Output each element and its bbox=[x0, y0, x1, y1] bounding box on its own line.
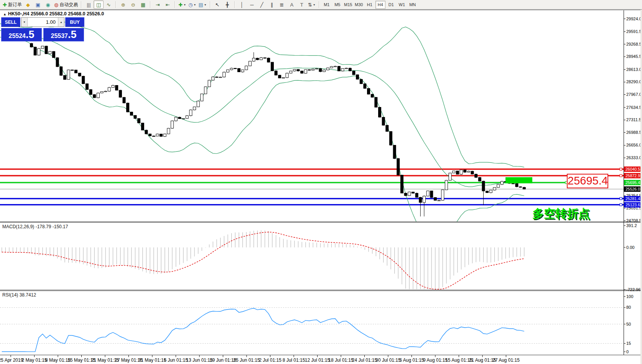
buy-price-frac: .5 bbox=[68, 28, 77, 41]
time-axis-label: 25 Jun 01:15 bbox=[233, 357, 260, 363]
price-tick: 27634.5 bbox=[626, 105, 642, 110]
time-axis-label: 12 Jul 01:15 bbox=[305, 357, 330, 363]
buy-button[interactable]: BUY bbox=[65, 17, 84, 27]
volume-value[interactable]: 1.00 bbox=[28, 18, 58, 26]
macd-axis-tick: 0.00 bbox=[626, 245, 642, 250]
chart-shift-icon[interactable]: ⇤ bbox=[163, 0, 173, 9]
trendline-icon[interactable]: ╱ bbox=[257, 0, 267, 9]
price-tick: 28290.0 bbox=[626, 79, 642, 84]
line-chart-icon[interactable]: ∿ bbox=[104, 0, 114, 9]
time-axis-label: 13 Jun 01:15 bbox=[186, 357, 212, 363]
collapse-panel-icon[interactable]: ▲ bbox=[3, 12, 7, 16]
timeframe-d1[interactable]: D1 bbox=[386, 1, 396, 9]
market-watch-icon[interactable]: ▣ bbox=[33, 0, 43, 9]
time-axis-label: 8 Jul 01:15 bbox=[283, 357, 305, 363]
sell-price-frac: .5 bbox=[26, 28, 35, 41]
time-axis-label: 21 Aug 01:15 bbox=[469, 357, 496, 363]
price-line-badge: 26040.5 bbox=[624, 166, 642, 172]
price-tick: 24708.5 bbox=[626, 218, 642, 223]
timeframe-mn[interactable]: MN bbox=[408, 1, 418, 9]
arrow-tools-icon[interactable]: ⇅▼ bbox=[307, 0, 317, 9]
cursor-icon[interactable]: ↖ bbox=[212, 0, 222, 9]
time-axis-label: 2 May 01:15 bbox=[21, 357, 47, 363]
toolbar-separator bbox=[174, 1, 175, 8]
rsi-label: RSI(14) 38.7412 bbox=[2, 292, 36, 298]
one-click-trading-panel: SELL ▼ 1.00 ▲ BUY 25524.5 25537.5 bbox=[1, 17, 84, 41]
timeframe-m15[interactable]: M15 bbox=[343, 1, 353, 9]
text-icon[interactable]: A bbox=[287, 0, 297, 9]
dropdown-arrow-icon: ▼ bbox=[204, 3, 207, 6]
chart-canvas[interactable] bbox=[0, 0, 642, 364]
new-order-icon[interactable]: ✚新订单 bbox=[2, 0, 23, 9]
time-axis-label: 27 Aug 01:15 bbox=[492, 357, 520, 363]
fibonacci-icon[interactable]: ≣ bbox=[277, 0, 287, 9]
dropdown-arrow-icon: ▼ bbox=[194, 3, 196, 6]
price-line-badge: 25695.4 bbox=[624, 180, 642, 185]
rsi-axis-tick: 100 bbox=[626, 294, 642, 299]
sell-button[interactable]: SELL bbox=[1, 17, 20, 27]
bar-chart-icon[interactable]: ||| bbox=[84, 0, 94, 9]
new-chart-icon[interactable]: ✚▼ bbox=[177, 0, 187, 9]
toolbar-separator bbox=[115, 1, 116, 8]
time-axis-label: 8 May 01:15 bbox=[45, 357, 71, 363]
time-axis-label: 25 Apr 2019 bbox=[0, 357, 23, 363]
timeframe-w1[interactable]: W1 bbox=[397, 1, 407, 9]
volume-increase-button[interactable]: ▲ bbox=[58, 18, 64, 26]
time-axis-label: 31 May 01:15 bbox=[138, 357, 166, 363]
price-line-badge: 25123.6 bbox=[624, 202, 642, 208]
price-tick: 28945.5 bbox=[626, 54, 642, 59]
periods-icon[interactable]: ◷▼ bbox=[187, 0, 197, 9]
current-price-badge: 25526.0 bbox=[624, 186, 642, 192]
horizontal-line-icon[interactable]: ─ bbox=[247, 0, 257, 9]
time-axis-label: 18 Jul 01:15 bbox=[328, 357, 353, 363]
toolbar-separator bbox=[210, 1, 211, 8]
time-axis-label: 2 Jul 01:15 bbox=[259, 357, 281, 363]
price-tick: 26333.0 bbox=[626, 155, 642, 160]
trade-controls-row: SELL ▼ 1.00 ▲ BUY bbox=[1, 17, 84, 27]
time-axis-label: 30 Jul 01:15 bbox=[375, 357, 400, 363]
price-callout-label[interactable]: 25695.4 bbox=[567, 174, 608, 188]
timeframe-h1[interactable]: H1 bbox=[365, 1, 375, 9]
autotrade-icon[interactable]: ◍自动交易 bbox=[53, 0, 79, 9]
time-axis-label: 6 Jun 01:15 bbox=[164, 357, 188, 363]
sell-price-main: 25524 bbox=[8, 30, 26, 42]
rsi-axis-tick: 80 bbox=[626, 305, 642, 310]
equidistant-channel-icon[interactable]: ∥ bbox=[267, 0, 277, 9]
toolbar-separator bbox=[234, 1, 235, 8]
macd-label: MACD(12,26,9) -178.79 -150.17 bbox=[2, 224, 68, 229]
rsi-axis-tick: 15 bbox=[626, 341, 642, 346]
macd-axis-tick: -722.96 bbox=[626, 287, 642, 292]
zoom-in-icon[interactable]: ⊕ bbox=[118, 0, 128, 9]
time-axis-label: 5 Aug 01:15 bbox=[399, 357, 424, 363]
auto-scroll-icon[interactable]: ⇥ bbox=[153, 0, 163, 9]
signals-icon[interactable]: ◉ bbox=[43, 0, 53, 9]
timeframe-m30[interactable]: M30 bbox=[354, 1, 364, 9]
volume-stepper: ▼ 1.00 ▲ bbox=[21, 17, 64, 27]
price-line-badge: 25281.4 bbox=[624, 196, 642, 201]
candle-chart-icon[interactable]: ◫ bbox=[94, 0, 104, 9]
sell-price[interactable]: 25524.5 bbox=[1, 28, 42, 41]
macd-axis-tick: 391.2 bbox=[626, 223, 642, 228]
price-tick: 29924.0 bbox=[626, 16, 642, 21]
zoom-out-icon[interactable]: ⊖ bbox=[128, 0, 138, 9]
buy-price[interactable]: 25537.5 bbox=[43, 28, 84, 41]
turning-point-annotation[interactable]: 多空转折点 bbox=[532, 206, 590, 222]
price-tick: 27311.5 bbox=[626, 117, 642, 122]
timeframe-h4[interactable]: H4 bbox=[375, 1, 385, 9]
tick-chart-icon[interactable]: ◆ bbox=[23, 0, 33, 9]
crosshair-icon[interactable]: ╋ bbox=[222, 0, 232, 9]
symbol-ohlc-text: HK50-,H4 25566.0 25582.0 25468.0 25526.0 bbox=[8, 11, 104, 16]
timeframe-m1[interactable]: M1 bbox=[322, 1, 332, 9]
price-tick: 26988.5 bbox=[626, 130, 642, 135]
price-tick: 27967.0 bbox=[626, 92, 642, 97]
volume-decrease-button[interactable]: ▼ bbox=[21, 18, 28, 26]
toolbar-separator bbox=[81, 1, 82, 8]
toolbar-separator bbox=[150, 1, 151, 8]
buy-price-main: 25537 bbox=[51, 30, 68, 42]
time-axis-label: 9 Aug 01:15 bbox=[423, 357, 448, 363]
templates-icon[interactable]: ▤▼ bbox=[198, 0, 208, 9]
vertical-line-icon[interactable]: │ bbox=[237, 0, 247, 9]
timeframe-m5[interactable]: M5 bbox=[333, 1, 342, 9]
text-label-icon[interactable]: T bbox=[297, 0, 307, 9]
tile-windows-icon[interactable]: ▦ bbox=[138, 0, 148, 9]
